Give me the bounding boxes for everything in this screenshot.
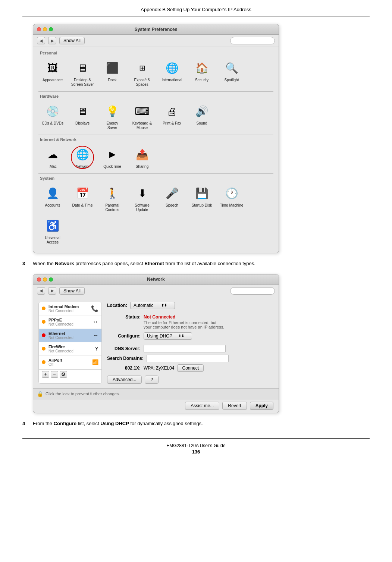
net-item-firewire[interactable]: FireWire Not Connected Y [39, 342, 101, 356]
configure-chevron: ⬆⬇ [178, 334, 184, 338]
displays-icon: 🖥 [73, 102, 91, 120]
startup-label: Startup Disk [192, 203, 212, 208]
modem-status: Not Connected [48, 309, 88, 313]
net-item-pppoe[interactable]: PPPoE Not Connected ↔ [39, 315, 101, 329]
firewire-info: FireWire Not Connected [48, 345, 92, 353]
pref-mac[interactable]: ☁ .Mac [38, 144, 67, 170]
pref-sound[interactable]: 🔊 Sound [188, 101, 216, 132]
maximize-button[interactable] [49, 27, 53, 31]
datetime-icon: 📅 [73, 184, 91, 202]
quicktime-label: QuickTime [103, 164, 121, 169]
sound-icon: 🔊 [193, 102, 211, 120]
connect-button[interactable]: Connect [177, 364, 204, 372]
help-button[interactable]: ? [145, 376, 159, 384]
pref-network[interactable]: 🌐 Network [68, 144, 97, 170]
pref-quicktime[interactable]: ▶ QuickTime [98, 144, 126, 170]
print-label: Print & Fax [163, 121, 181, 126]
pref-timemachine[interactable]: 🕐 Time Machine [217, 183, 246, 214]
net-nav-fwd[interactable]: ▶ [48, 287, 56, 295]
pref-displays[interactable]: 🖥 Displays [68, 101, 97, 132]
nav-forward-button[interactable]: ▶ [48, 37, 56, 44]
pref-accounts[interactable]: 👤 Accounts [38, 183, 67, 214]
net-search-input[interactable] [230, 287, 275, 295]
close-button[interactable] [37, 27, 41, 31]
pref-datetime[interactable]: 📅 Date & Time [68, 183, 97, 214]
net-maximize-button[interactable] [49, 277, 53, 282]
header-title: Appendix B Setting Up Your Computer's IP… [141, 7, 251, 12]
network-toolbar: ◀ ▶ Show All [33, 285, 279, 297]
location-label: Location: [107, 303, 127, 308]
pref-security[interactable]: 🏠 Security [188, 57, 216, 88]
assist-me-button[interactable]: Assist me... [185, 402, 219, 410]
print-icon: 🖨 [163, 102, 181, 120]
advanced-button[interactable]: Advanced... [107, 376, 142, 384]
lock-row: 🔒 Click the lock to prevent further chan… [33, 388, 279, 399]
pref-appearance[interactable]: 🖼 Appearance [38, 57, 67, 88]
nav-back-button[interactable]: ◀ [37, 37, 45, 44]
spotlight-label: Spotlight [225, 78, 239, 82]
net-minimize-button[interactable] [43, 277, 47, 282]
search-domains-input[interactable] [147, 355, 229, 362]
prefs-body: Personal 🖼 Appearance 🖥 Desktop &Screen … [33, 47, 279, 253]
firewire-status: Not Connected [48, 349, 92, 353]
network-action-button[interactable]: ⚙ [60, 371, 67, 378]
accounts-icon: 👤 [44, 184, 62, 202]
net-show-all[interactable]: Show All [59, 287, 85, 295]
pref-universal[interactable]: ♿ UniversalAccess [38, 215, 67, 246]
configure-label: Configure: [107, 333, 141, 339]
remove-network-button[interactable]: − [51, 371, 58, 378]
sound-label: Sound [197, 121, 207, 126]
net-nav-back[interactable]: ◀ [37, 287, 45, 295]
net-item-ethernet[interactable]: Ethernet Not Connected ↔ [39, 329, 101, 342]
8021x-row: 802.1X: WPA: ZyXEL04 Connect [107, 364, 273, 372]
pref-international[interactable]: 🌐 International [158, 57, 186, 88]
pref-spotlight[interactable]: 🔍 Spotlight [217, 57, 246, 88]
cds-icon: 💿 [44, 102, 62, 120]
software-label: SoftwareUpdate [135, 203, 149, 212]
network-icon: 🌐 [73, 145, 91, 163]
pref-speech[interactable]: 🎤 Speech [158, 183, 186, 214]
configure-row: Configure: Using DHCP ⬆⬇ [107, 332, 273, 340]
status-description: The cable for Ethernet is connected, but… [144, 320, 224, 329]
displays-label: Displays [75, 121, 90, 126]
dns-input[interactable] [144, 345, 226, 352]
apply-button[interactable]: Apply [250, 402, 273, 410]
status-value: Not Connected [144, 314, 224, 320]
location-select[interactable]: Automatic ⬆⬇ [130, 302, 175, 309]
desktop-icon: 🖥 [73, 59, 91, 77]
pref-parental[interactable]: 🚶 ParentalControls [98, 183, 126, 214]
pref-software[interactable]: ⬇ SoftwareUpdate [128, 183, 156, 214]
lock-text: Click the lock to prevent further change… [46, 392, 120, 396]
pref-cds[interactable]: 💿 CDs & DVDs [38, 101, 67, 132]
configure-select[interactable]: Using DHCP ⬆⬇ [144, 332, 192, 340]
pref-startup[interactable]: 💾 Startup Disk [188, 183, 216, 214]
system-row: 👤 Accounts 📅 Date & Time 🚶 ParentalContr… [38, 183, 273, 246]
add-network-button[interactable]: + [42, 371, 49, 378]
minimize-button[interactable] [43, 27, 47, 31]
pref-keyboard[interactable]: ⌨ Keyboard &Mouse [128, 101, 156, 132]
pref-expose[interactable]: ⊞ Exposé &Spaces [128, 57, 156, 88]
step3-number: 3 [22, 261, 33, 266]
pref-sharing[interactable]: 📤 Sharing [128, 144, 156, 170]
search-input[interactable] [230, 37, 275, 44]
net-item-modem[interactable]: Internal Modem Not Connected 📞 [39, 302, 101, 315]
footer-page: 136 [22, 449, 370, 455]
appearance-label: Appearance [43, 78, 63, 82]
net-close-button[interactable] [37, 277, 41, 282]
timemachine-label: Time Machine [220, 203, 243, 208]
show-all-button[interactable]: Show All [59, 37, 85, 44]
network-footer: Assist me... Revert Apply [33, 399, 279, 413]
lock-icon[interactable]: 🔒 [37, 391, 43, 397]
net-item-airport[interactable]: AirPort Off 📶 [39, 356, 101, 369]
pref-dock[interactable]: ⬛ Dock [98, 57, 126, 88]
section-hardware-label: Hardware [40, 94, 273, 98]
revert-button[interactable]: Revert [222, 402, 247, 410]
energy-icon: 💡 [103, 102, 121, 120]
speech-icon: 🎤 [163, 184, 181, 202]
pref-energy[interactable]: 💡 EnergySaver [98, 101, 126, 132]
firewire-icon: Y [95, 346, 98, 352]
pref-print[interactable]: 🖨 Print & Fax [158, 101, 186, 132]
sysprefs-window: System Preferences ◀ ▶ Show All Personal… [33, 24, 279, 253]
pref-desktop[interactable]: 🖥 Desktop &Screen Saver [68, 57, 97, 88]
sysprefs-titlebar: System Preferences [33, 24, 279, 35]
